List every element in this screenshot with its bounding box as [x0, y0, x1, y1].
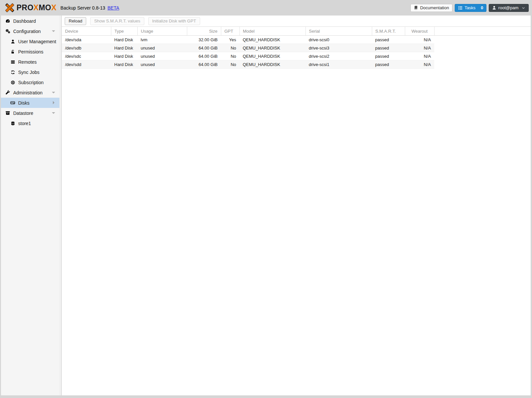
- column-header-size[interactable]: Size: [187, 27, 221, 36]
- cell-size: 64.00 GiB: [187, 52, 221, 60]
- cell-model: QEMU_HARDDISK: [239, 36, 305, 44]
- cell-smart: passed: [372, 44, 405, 52]
- column-header-wearout[interactable]: Wearout: [405, 27, 434, 36]
- cell-device: /dev/sdb: [62, 44, 111, 52]
- disk-row-sdb[interactable]: /dev/sdb Hard Disk unused 64.00 GiB No Q…: [62, 44, 531, 52]
- column-header-usage[interactable]: Usage: [137, 27, 187, 36]
- sidebar-item-administration[interactable]: Administration: [1, 87, 59, 98]
- column-header-model[interactable]: Model: [239, 27, 305, 36]
- hdd-icon: [10, 100, 16, 105]
- cell-type: Hard Disk: [111, 60, 137, 69]
- cell-model: QEMU_HARDDISK: [239, 60, 305, 69]
- user-icon: [492, 6, 496, 10]
- task-list-icon: [458, 6, 463, 10]
- column-header-serial[interactable]: Serial: [305, 27, 372, 36]
- cell-device: /dev/sdd: [62, 60, 111, 69]
- cell-type: Hard Disk: [111, 44, 137, 52]
- cell-gpt: No: [221, 52, 239, 60]
- dashboard-icon: [5, 18, 11, 23]
- cell-filler: [434, 60, 531, 69]
- app-viewport: PROXMOX Backup Server 0.8-13 BETA Docume…: [0, 0, 532, 398]
- cell-smart: passed: [372, 36, 405, 44]
- column-header-filler: [434, 27, 531, 36]
- show-smart-values-button[interactable]: Show S.M.A.R.T. values: [90, 17, 144, 25]
- refresh-icon: [10, 70, 16, 75]
- column-header-smart[interactable]: S.M.A.R.T.: [372, 27, 405, 36]
- server-icon: [10, 60, 16, 64]
- user-icon: [10, 39, 16, 44]
- cell-smart: passed: [372, 60, 405, 69]
- user-menu-button[interactable]: root@pam: [489, 4, 529, 12]
- support-icon: [10, 80, 16, 85]
- chevron-right-icon: [53, 101, 54, 104]
- proxmox-logo: PROXMOX: [4, 2, 56, 13]
- cell-serial: drive-scsi1: [305, 60, 372, 69]
- app-title: Backup Server 0.8-13: [60, 5, 105, 11]
- disks-table: Device Type Usage Size GPT Model Serial …: [62, 26, 531, 69]
- content-panel: Reload Show S.M.A.R.T. values Initialize…: [62, 16, 531, 395]
- column-header-gpt[interactable]: GPT: [221, 27, 239, 36]
- sidebar-item-subscription[interactable]: Subscription: [1, 77, 59, 87]
- cell-wearout: N/A: [405, 60, 434, 69]
- cell-type: Hard Disk: [111, 36, 137, 44]
- sidebar-nav: Dashboard Configuration: [1, 16, 59, 395]
- table-header-row: Device Type Usage Size GPT Model Serial …: [62, 27, 531, 36]
- cell-usage: lvm: [137, 36, 187, 44]
- cell-serial: drive-scsi2: [305, 52, 372, 60]
- cell-device: /dev/sda: [62, 36, 111, 44]
- cell-type: Hard Disk: [111, 52, 137, 60]
- chevron-down-icon: [521, 6, 525, 10]
- cell-model: QEMU_HARDDISK: [239, 52, 305, 60]
- content-toolbar: Reload Show S.M.A.R.T. values Initialize…: [62, 16, 531, 26]
- disk-row-sdd[interactable]: /dev/sdd Hard Disk unused 64.00 GiB No Q…: [62, 60, 531, 69]
- sidebar-item-permissions[interactable]: Permissions: [1, 47, 59, 57]
- database-icon: [10, 121, 16, 126]
- disk-row-sda[interactable]: /dev/sda Hard Disk lvm 32.00 GiB Yes QEM…: [62, 36, 531, 44]
- sidebar-item-user-management[interactable]: User Management: [1, 36, 59, 47]
- cell-serial: drive-scsi0: [305, 36, 372, 44]
- sidebar-item-dashboard[interactable]: Dashboard: [1, 16, 59, 26]
- sidebar-item-remotes[interactable]: Remotes: [1, 57, 59, 67]
- cell-filler: [434, 52, 531, 60]
- sidebar-item-sync-jobs[interactable]: Sync Jobs: [1, 67, 59, 77]
- wrench-icon: [5, 90, 11, 95]
- tasks-button[interactable]: Tasks 0: [455, 4, 486, 12]
- documentation-button[interactable]: Documentation: [410, 4, 452, 12]
- cell-gpt: No: [221, 44, 239, 52]
- sidebar-splitter[interactable]: [59, 16, 62, 395]
- app-header: PROXMOX Backup Server 0.8-13 BETA Docume…: [0, 0, 532, 16]
- sidebar-item-disks[interactable]: Disks: [1, 98, 59, 108]
- cell-model: QEMU_HARDDISK: [239, 44, 305, 52]
- proxmox-x-icon: [4, 2, 15, 13]
- unlock-icon: [10, 50, 16, 54]
- logo-wordmark: PROXMOX: [17, 3, 56, 12]
- sidebar-item-store1[interactable]: store1: [1, 118, 59, 128]
- tasks-count-badge: 0: [481, 5, 483, 10]
- column-header-device[interactable]: Device: [62, 27, 111, 36]
- beta-link[interactable]: BETA: [108, 5, 120, 11]
- sidebar-item-configuration[interactable]: Configuration: [1, 26, 59, 36]
- cell-usage: unused: [137, 60, 187, 69]
- cell-filler: [434, 36, 531, 44]
- cell-wearout: N/A: [405, 44, 434, 52]
- cell-size: 32.00 GiB: [187, 36, 221, 44]
- cell-usage: unused: [137, 44, 187, 52]
- chevron-down-icon: [52, 30, 55, 32]
- column-header-type[interactable]: Type: [111, 27, 137, 36]
- cell-filler: [434, 44, 531, 52]
- reload-button[interactable]: Reload: [65, 17, 86, 25]
- cell-gpt: Yes: [221, 36, 239, 44]
- initialize-gpt-button[interactable]: Initialize Disk with GPT: [148, 17, 200, 25]
- chevron-down-icon: [52, 112, 55, 114]
- sidebar-item-datastore[interactable]: Datastore: [1, 108, 59, 118]
- cell-usage: unused: [137, 52, 187, 60]
- book-icon: [414, 6, 418, 10]
- cell-wearout: N/A: [405, 52, 434, 60]
- disk-row-sdc[interactable]: /dev/sdc Hard Disk unused 64.00 GiB No Q…: [62, 52, 531, 60]
- cell-wearout: N/A: [405, 36, 434, 44]
- cell-smart: passed: [372, 52, 405, 60]
- cell-serial: drive-scsi3: [305, 44, 372, 52]
- archive-icon: [5, 111, 11, 116]
- chevron-down-icon: [52, 92, 55, 93]
- main-region: Dashboard Configuration: [1, 16, 531, 395]
